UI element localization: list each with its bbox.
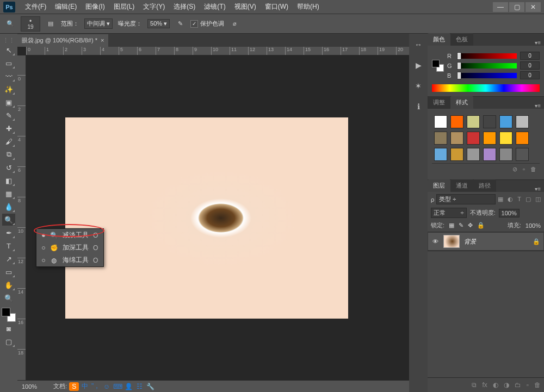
style-swatch[interactable] [467, 148, 480, 161]
filter-smart-icon[interactable]: ◫ [535, 196, 541, 203]
b-slider[interactable] [457, 73, 517, 78]
brush-tool[interactable]: 🖌 [2, 135, 15, 147]
menu-file[interactable]: 文件(F) [21, 0, 51, 14]
link-layers-icon[interactable]: ⧉ [472, 381, 477, 389]
brush-picker[interactable]: • 19 [21, 16, 40, 32]
style-swatch[interactable] [467, 132, 480, 145]
type-tool[interactable]: T [2, 240, 15, 252]
ime-icon[interactable]: S [69, 382, 79, 391]
paths-tab[interactable]: 路径 [473, 179, 496, 192]
new-style-icon[interactable]: ▫ [523, 166, 525, 173]
healing-tool[interactable]: ✚ [2, 122, 15, 134]
style-swatch[interactable] [483, 148, 496, 161]
style-swatch[interactable] [434, 115, 447, 128]
lock-all-icon[interactable]: 🔒 [477, 222, 485, 229]
filter-pixel-icon[interactable]: ▦ [498, 196, 503, 203]
style-swatch[interactable] [499, 115, 512, 128]
layer-name[interactable]: 背景 [464, 238, 476, 246]
menu-image[interactable]: 图像(I) [81, 0, 109, 14]
zoom-level[interactable]: 100% [22, 383, 37, 390]
style-swatch[interactable] [483, 132, 496, 145]
style-swatch[interactable] [434, 132, 447, 145]
dodge-tool[interactable]: 🔍 [2, 214, 15, 226]
path-select-tool[interactable]: ↗ [2, 253, 15, 265]
style-swatch[interactable] [483, 115, 496, 128]
exposure-select[interactable]: 50% ▾ [147, 19, 170, 28]
close-button[interactable]: ✕ [526, 2, 541, 12]
eraser-tool[interactable]: ◧ [2, 175, 15, 186]
channels-tab[interactable]: 通道 [450, 179, 473, 192]
style-swatch[interactable] [516, 148, 529, 161]
hand-tool[interactable]: ✋ [2, 279, 15, 291]
layer-kind-select[interactable]: 类型 ÷ [436, 194, 496, 204]
ime-smile-icon[interactable]: ☺ [102, 382, 112, 391]
style-swatch[interactable] [516, 132, 529, 145]
shape-tool[interactable]: ▭ [2, 266, 15, 278]
color-panel-menu-icon[interactable]: ▾≡ [531, 40, 544, 46]
ime-punct-icon[interactable]: "， [91, 382, 101, 391]
b-value[interactable]: 0 [520, 71, 540, 79]
menu-filter[interactable]: 滤镜(T) [200, 0, 230, 14]
clear-style-icon[interactable]: ⊘ [512, 166, 517, 173]
g-slider[interactable] [457, 63, 517, 69]
ime-settings-icon[interactable]: 🔧 [145, 382, 155, 391]
lock-pos-icon[interactable]: ✥ [468, 222, 473, 229]
stamp-tool[interactable]: ⧉ [2, 148, 15, 160]
layers-panel-menu-icon[interactable]: ▾≡ [531, 186, 544, 192]
brushes-panel-icon[interactable]: ✶ [412, 80, 424, 91]
ruler-vertical[interactable]: 4024681012141618 [17, 55, 26, 380]
quickmask-toggle[interactable]: ◙ [2, 322, 15, 334]
adjustments-tab[interactable]: 调整 [428, 96, 450, 109]
ime-lang-icon[interactable]: 中 [80, 382, 90, 391]
tool-option-burn[interactable]: ✊ 加深工具 O [36, 241, 103, 254]
gradient-tool[interactable]: ▦ [2, 188, 15, 200]
color-spectrum[interactable] [432, 84, 540, 92]
menu-layer[interactable]: 图层(L) [109, 0, 139, 14]
color-fgbg-swatch[interactable] [432, 60, 444, 72]
canvas-viewport[interactable] [26, 55, 409, 380]
r-slider[interactable] [457, 53, 517, 59]
range-select[interactable]: 中间调 ▾ [84, 18, 113, 29]
swatches-tab[interactable]: 色板 [450, 33, 473, 46]
menu-text[interactable]: 文字(Y) [139, 0, 169, 14]
new-group-icon[interactable]: 🗀 [515, 381, 521, 389]
protect-tones-checkbox[interactable] [190, 20, 198, 28]
foreground-background-color[interactable] [2, 308, 16, 322]
g-value[interactable]: 0 [520, 61, 540, 70]
move-tool[interactable]: ↖ [2, 44, 15, 56]
menu-window[interactable]: 窗口(W) [261, 0, 293, 14]
layers-tab[interactable]: 图层 [428, 179, 450, 192]
r-value[interactable]: 0 [520, 52, 540, 60]
history-brush-tool[interactable]: ↺ [2, 161, 15, 173]
layer-item-background[interactable]: 👁 背景 🔒 [428, 232, 544, 251]
new-layer-icon[interactable]: ▫ [527, 381, 529, 389]
new-fill-icon[interactable]: ◑ [504, 381, 509, 389]
brush-panel-toggle[interactable]: ▤ [46, 19, 55, 29]
styles-tab[interactable]: 样式 [450, 96, 473, 109]
layer-thumbnail[interactable] [443, 235, 460, 248]
style-swatch[interactable] [450, 148, 463, 161]
magic-wand-tool[interactable]: ✨ [2, 83, 15, 95]
lock-paint-icon[interactable]: ✎ [459, 222, 463, 229]
pressure-icon[interactable]: ⌀ [230, 19, 239, 29]
layer-fx-icon[interactable]: fx [482, 381, 487, 389]
blend-mode-select[interactable]: 正常 ÷ [431, 208, 467, 218]
style-swatch[interactable] [499, 148, 512, 161]
styles-panel-menu-icon[interactable]: ▾≡ [531, 103, 544, 109]
style-swatch[interactable] [499, 132, 512, 145]
tool-option-dodge[interactable]: 🔍 减淡工具 O [36, 229, 103, 241]
pen-tool[interactable]: ✒ [2, 227, 15, 239]
zoom-tool[interactable]: 🔍 [2, 292, 15, 304]
style-swatch[interactable] [450, 132, 463, 145]
document-tab[interactable]: 眼袋.jpg @ 100%(RGB/8#) * × [17, 34, 108, 47]
visibility-icon[interactable]: 👁 [431, 238, 439, 245]
minimize-button[interactable]: — [493, 2, 508, 12]
crop-tool[interactable]: ▣ [2, 96, 15, 108]
style-swatch[interactable] [434, 148, 447, 161]
style-swatch[interactable] [516, 115, 529, 128]
fill-value[interactable]: 100% [526, 222, 541, 229]
filter-type-icon[interactable]: T [517, 196, 521, 203]
ime-skin-icon[interactable]: ☷ [134, 382, 144, 391]
lasso-tool[interactable]: 〰 [2, 70, 15, 82]
actions-panel-icon[interactable]: ▶ [412, 60, 424, 71]
